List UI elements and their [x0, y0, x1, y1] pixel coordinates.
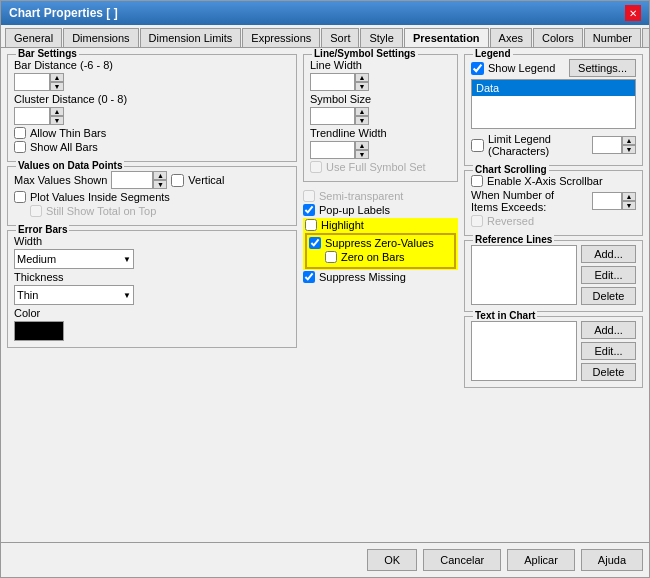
show-total-row: Still Show Total on Top: [30, 205, 290, 217]
tab-colors[interactable]: Colors: [533, 28, 583, 47]
reference-add-button[interactable]: Add...: [581, 245, 636, 263]
tab-general[interactable]: General: [5, 28, 62, 47]
left-panel: Bar Settings Bar Distance (-6 - 8) 2 ▲ ▼…: [7, 54, 297, 536]
trendline-width-down[interactable]: ▼: [355, 150, 369, 159]
text-edit-button[interactable]: Edit...: [581, 342, 636, 360]
limit-legend-input[interactable]: 15: [592, 136, 622, 154]
max-values-input[interactable]: 100: [111, 171, 153, 189]
error-bars-color-box[interactable]: [14, 321, 64, 341]
semi-transparent-checkbox[interactable]: [303, 190, 315, 202]
line-width-up[interactable]: ▲: [355, 73, 369, 82]
bar-distance-spinner[interactable]: 2 ▲ ▼: [14, 73, 64, 91]
tab-expressions[interactable]: Expressions: [242, 28, 320, 47]
apply-button[interactable]: Aplicar: [507, 549, 575, 571]
help-button[interactable]: Ajuda: [581, 549, 643, 571]
error-bars-color-label: Color: [14, 307, 40, 319]
allow-thin-bars-row: Allow Thin Bars: [14, 127, 290, 139]
bar-distance-input-row: 2 ▲ ▼: [14, 73, 290, 91]
symbol-size-input[interactable]: 2 pt: [310, 107, 355, 125]
tab-dimension-limits[interactable]: Dimension Limits: [140, 28, 242, 47]
max-values-label: Max Values Shown: [14, 174, 107, 186]
limit-legend-down[interactable]: ▼: [622, 145, 636, 154]
values-on-data-points-group: Values on Data Points Max Values Shown 1…: [7, 166, 297, 226]
tab-presentation[interactable]: Presentation: [404, 28, 489, 48]
trendline-width-input[interactable]: 1 pt: [310, 141, 355, 159]
limit-legend-checkbox[interactable]: [471, 139, 484, 152]
tab-font[interactable]: Font: [642, 28, 649, 47]
max-values-row: Max Values Shown 100 ▲ ▼ Vertical: [14, 171, 290, 189]
vertical-checkbox[interactable]: [171, 174, 184, 187]
cluster-distance-up[interactable]: ▲: [50, 107, 64, 116]
cancel-button[interactable]: Cancelar: [423, 549, 501, 571]
cluster-distance-input[interactable]: 5: [14, 107, 50, 125]
error-bars-width-value: Medium: [17, 253, 56, 265]
show-legend-row: Show Legend Settings...: [471, 59, 636, 77]
limit-legend-up[interactable]: ▲: [622, 136, 636, 145]
suppress-zero-row: Suppress Zero-Values: [309, 237, 452, 249]
reference-edit-button[interactable]: Edit...: [581, 266, 636, 284]
ok-button[interactable]: OK: [367, 549, 417, 571]
max-values-down[interactable]: ▼: [153, 180, 167, 189]
limit-legend-spinner[interactable]: 15 ▲ ▼: [592, 136, 636, 154]
line-width-spinner[interactable]: 2 pt ▲ ▼: [310, 73, 369, 91]
trendline-width-up[interactable]: ▲: [355, 141, 369, 150]
legend-group: Legend Show Legend Settings... Data Limi…: [464, 54, 643, 166]
zero-on-bars-row: Zero on Bars: [325, 251, 452, 263]
text-add-button[interactable]: Add...: [581, 321, 636, 339]
suppress-missing-checkbox[interactable]: [303, 271, 315, 283]
allow-thin-bars-checkbox[interactable]: [14, 127, 26, 139]
popup-labels-checkbox[interactable]: [303, 204, 315, 216]
symbol-size-up[interactable]: ▲: [355, 107, 369, 116]
error-bars-width-dropdown[interactable]: Medium ▼: [14, 249, 134, 269]
bar-distance-input[interactable]: 2: [14, 73, 50, 91]
show-all-bars-checkbox[interactable]: [14, 141, 26, 153]
suppress-missing-label: Suppress Missing: [319, 271, 406, 283]
legend-title: Legend: [473, 48, 513, 59]
line-width-input[interactable]: 2 pt: [310, 73, 355, 91]
line-width-down[interactable]: ▼: [355, 82, 369, 91]
legend-settings-button[interactable]: Settings...: [569, 59, 636, 77]
symbol-size-down[interactable]: ▼: [355, 116, 369, 125]
bar-distance-up[interactable]: ▲: [50, 73, 64, 82]
text-delete-button[interactable]: Delete: [581, 363, 636, 381]
tab-axes[interactable]: Axes: [490, 28, 532, 47]
tab-sort[interactable]: Sort: [321, 28, 359, 47]
error-bars-thickness-dropdown[interactable]: Thin ▼: [14, 285, 134, 305]
text-in-chart-btns: Add... Edit... Delete: [581, 321, 636, 381]
plot-values-label: Plot Values Inside Segments: [30, 191, 170, 203]
zero-on-bars-checkbox[interactable]: [325, 251, 337, 263]
highlight-checkbox[interactable]: [305, 219, 317, 231]
bar-distance-down[interactable]: ▼: [50, 82, 64, 91]
enable-scrollbar-checkbox[interactable]: [471, 175, 483, 187]
tab-dimensions[interactable]: Dimensions: [63, 28, 138, 47]
reversed-checkbox[interactable]: [471, 215, 483, 227]
reference-lines-content: Add... Edit... Delete: [471, 245, 636, 305]
when-exceeds-spinner[interactable]: 10 ▲ ▼: [592, 192, 636, 210]
tab-number[interactable]: Number: [584, 28, 641, 47]
plot-values-checkbox[interactable]: [14, 191, 26, 203]
error-bars-thickness-label-row: Thickness: [14, 271, 290, 283]
symbol-size-spinner[interactable]: 2 pt ▲ ▼: [310, 107, 369, 125]
max-values-spinner[interactable]: 100 ▲ ▼: [111, 171, 167, 189]
close-button[interactable]: ✕: [625, 5, 641, 21]
cluster-distance-down[interactable]: ▼: [50, 116, 64, 125]
cluster-distance-spinner[interactable]: 5 ▲ ▼: [14, 107, 64, 125]
line-width-label: Line Width: [310, 59, 362, 71]
values-title: Values on Data Points: [16, 160, 124, 171]
limit-legend-spinner-btns: ▲ ▼: [622, 136, 636, 154]
when-exceeds-input[interactable]: 10: [592, 192, 622, 210]
when-exceeds-down[interactable]: ▼: [622, 201, 636, 210]
legend-list: Data: [471, 79, 636, 129]
show-legend-checkbox[interactable]: [471, 62, 484, 75]
when-exceeds-up[interactable]: ▲: [622, 192, 636, 201]
highlight-section: Highlight Suppress Zero-Values Zero on B…: [303, 218, 458, 270]
enable-scrollbar-label: Enable X-Axis Scrollbar: [487, 175, 603, 187]
show-total-checkbox[interactable]: [30, 205, 42, 217]
legend-item-data[interactable]: Data: [472, 80, 635, 96]
max-values-up[interactable]: ▲: [153, 171, 167, 180]
reference-delete-button[interactable]: Delete: [581, 287, 636, 305]
tab-style[interactable]: Style: [360, 28, 402, 47]
trendline-width-spinner[interactable]: 1 pt ▲ ▼: [310, 141, 369, 159]
suppress-zero-checkbox[interactable]: [309, 237, 321, 249]
use-full-symbol-checkbox[interactable]: [310, 161, 322, 173]
